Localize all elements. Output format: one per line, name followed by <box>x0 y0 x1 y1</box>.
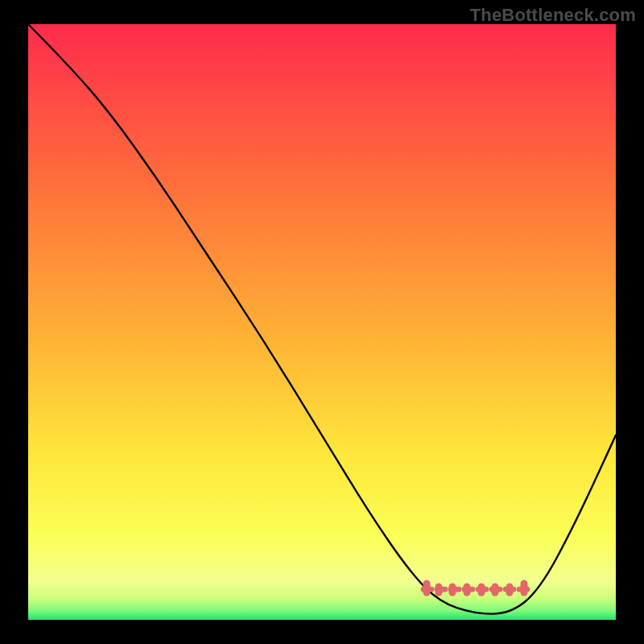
chart-plot-area <box>28 24 616 620</box>
watermark-text: TheBottleneck.com <box>470 5 636 26</box>
chart-svg <box>0 0 644 644</box>
chart-container: { "watermark": { "text": "TheBottleneck.… <box>0 0 644 644</box>
